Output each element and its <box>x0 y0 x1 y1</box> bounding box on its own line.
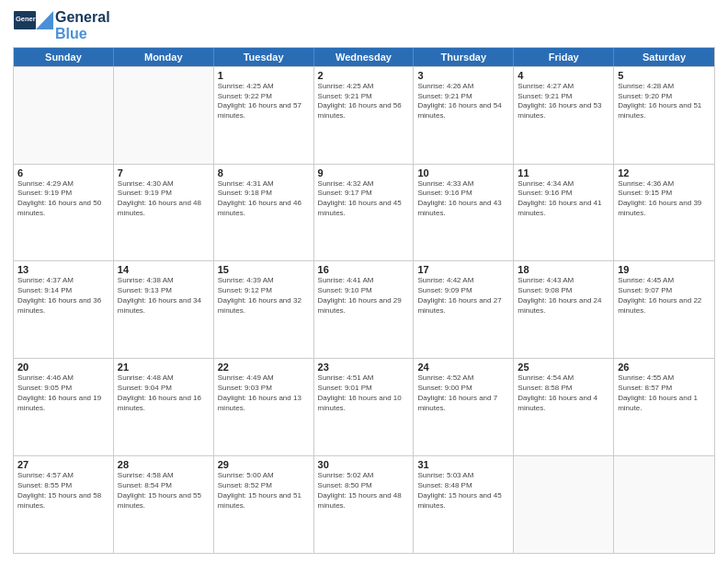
calendar-week-1: 1Sunrise: 4:25 AM Sunset: 9:22 PM Daylig… <box>14 66 714 164</box>
day-info: Sunrise: 4:42 AM Sunset: 9:09 PM Dayligh… <box>417 276 509 316</box>
calendar-cell: 22Sunrise: 4:49 AM Sunset: 9:03 PM Dayli… <box>214 359 314 455</box>
day-number: 15 <box>218 264 310 275</box>
logo: General General Blue <box>13 9 110 43</box>
header-day-thursday: Thursday <box>414 48 514 66</box>
header-day-wednesday: Wednesday <box>314 48 415 66</box>
logo-text-block: General Blue <box>55 9 110 43</box>
day-info: Sunrise: 4:37 AM Sunset: 9:14 PM Dayligh… <box>17 276 109 316</box>
header-day-sunday: Sunday <box>14 48 114 66</box>
calendar-cell: 15Sunrise: 4:39 AM Sunset: 9:12 PM Dayli… <box>214 261 314 358</box>
day-info: Sunrise: 4:39 AM Sunset: 9:12 PM Dayligh… <box>218 276 310 316</box>
day-info: Sunrise: 4:36 AM Sunset: 9:15 PM Dayligh… <box>618 179 711 219</box>
calendar-week-3: 13Sunrise: 4:37 AM Sunset: 9:14 PM Dayli… <box>14 260 714 358</box>
calendar-cell: 14Sunrise: 4:38 AM Sunset: 9:13 PM Dayli… <box>114 261 214 358</box>
day-number: 2 <box>318 70 410 81</box>
day-info: Sunrise: 4:33 AM Sunset: 9:16 PM Dayligh… <box>417 179 509 219</box>
calendar-cell: 12Sunrise: 4:36 AM Sunset: 9:15 PM Dayli… <box>614 165 714 261</box>
day-info: Sunrise: 4:57 AM Sunset: 8:55 PM Dayligh… <box>17 471 109 511</box>
calendar-cell: 4Sunrise: 4:27 AM Sunset: 9:21 PM Daylig… <box>514 67 614 164</box>
day-info: Sunrise: 4:26 AM Sunset: 9:21 PM Dayligh… <box>417 82 509 121</box>
calendar-cell: 21Sunrise: 4:48 AM Sunset: 9:04 PM Dayli… <box>114 359 214 455</box>
calendar-cell <box>514 456 614 553</box>
calendar-cell: 18Sunrise: 4:43 AM Sunset: 9:08 PM Dayli… <box>514 261 614 358</box>
day-number: 27 <box>17 459 109 470</box>
day-number: 11 <box>518 167 609 178</box>
calendar-week-5: 27Sunrise: 4:57 AM Sunset: 8:55 PM Dayli… <box>14 455 714 553</box>
day-number: 21 <box>118 362 210 373</box>
calendar-week-4: 20Sunrise: 4:46 AM Sunset: 9:05 PM Dayli… <box>14 358 714 455</box>
day-info: Sunrise: 4:51 AM Sunset: 9:01 PM Dayligh… <box>318 373 410 413</box>
day-number: 13 <box>17 264 109 275</box>
day-info: Sunrise: 4:54 AM Sunset: 8:58 PM Dayligh… <box>518 373 609 413</box>
day-number: 16 <box>318 264 410 275</box>
day-number: 1 <box>218 70 310 81</box>
header-day-tuesday: Tuesday <box>214 48 314 66</box>
calendar-cell: 9Sunrise: 4:32 AM Sunset: 9:17 PM Daylig… <box>314 165 415 261</box>
day-number: 7 <box>118 167 210 178</box>
calendar-cell: 31Sunrise: 5:03 AM Sunset: 8:48 PM Dayli… <box>414 456 514 553</box>
day-number: 31 <box>417 459 509 470</box>
day-info: Sunrise: 4:34 AM Sunset: 9:16 PM Dayligh… <box>518 179 609 219</box>
header-day-monday: Monday <box>114 48 214 66</box>
day-number: 14 <box>118 264 210 275</box>
day-info: Sunrise: 4:58 AM Sunset: 8:54 PM Dayligh… <box>118 471 210 511</box>
day-number: 8 <box>218 167 310 178</box>
day-info: Sunrise: 4:32 AM Sunset: 9:17 PM Dayligh… <box>318 179 410 219</box>
day-info: Sunrise: 4:49 AM Sunset: 9:03 PM Dayligh… <box>218 373 310 413</box>
day-info: Sunrise: 4:55 AM Sunset: 8:57 PM Dayligh… <box>618 373 711 413</box>
calendar-cell: 24Sunrise: 4:52 AM Sunset: 9:00 PM Dayli… <box>414 359 514 455</box>
header-day-saturday: Saturday <box>614 48 714 66</box>
day-number: 12 <box>618 167 711 178</box>
day-info: Sunrise: 5:02 AM Sunset: 8:50 PM Dayligh… <box>318 471 410 511</box>
calendar-cell: 23Sunrise: 4:51 AM Sunset: 9:01 PM Dayli… <box>314 359 415 455</box>
calendar-cell: 8Sunrise: 4:31 AM Sunset: 9:18 PM Daylig… <box>214 165 314 261</box>
calendar-cell: 17Sunrise: 4:42 AM Sunset: 9:09 PM Dayli… <box>414 261 514 358</box>
calendar-cell: 16Sunrise: 4:41 AM Sunset: 9:10 PM Dayli… <box>314 261 415 358</box>
calendar-cell: 28Sunrise: 4:58 AM Sunset: 8:54 PM Dayli… <box>114 456 214 553</box>
day-info: Sunrise: 5:00 AM Sunset: 8:52 PM Dayligh… <box>218 471 310 511</box>
calendar-cell: 5Sunrise: 4:28 AM Sunset: 9:20 PM Daylig… <box>614 67 714 164</box>
logo-container: General General Blue <box>13 9 110 43</box>
day-number: 28 <box>118 459 210 470</box>
calendar-cell <box>114 67 214 164</box>
calendar-cell: 25Sunrise: 4:54 AM Sunset: 8:58 PM Dayli… <box>514 359 614 455</box>
day-number: 26 <box>618 362 711 373</box>
calendar-cell: 2Sunrise: 4:25 AM Sunset: 9:21 PM Daylig… <box>314 67 415 164</box>
day-number: 10 <box>417 167 509 178</box>
calendar-week-2: 6Sunrise: 4:29 AM Sunset: 9:19 PM Daylig… <box>14 164 714 261</box>
day-number: 23 <box>318 362 410 373</box>
calendar-header: SundayMondayTuesdayWednesdayThursdayFrid… <box>14 48 714 66</box>
day-number: 4 <box>518 70 609 81</box>
svg-text:General: General <box>16 15 41 23</box>
day-number: 30 <box>318 459 410 470</box>
logo-blue-text: Blue <box>55 26 110 42</box>
calendar-cell: 29Sunrise: 5:00 AM Sunset: 8:52 PM Dayli… <box>214 456 314 553</box>
calendar-cell: 11Sunrise: 4:34 AM Sunset: 9:16 PM Dayli… <box>514 165 614 261</box>
day-info: Sunrise: 4:25 AM Sunset: 9:21 PM Dayligh… <box>318 82 410 121</box>
calendar-cell: 19Sunrise: 4:45 AM Sunset: 9:07 PM Dayli… <box>614 261 714 358</box>
calendar-cell: 30Sunrise: 5:02 AM Sunset: 8:50 PM Dayli… <box>314 456 415 553</box>
calendar-cell: 7Sunrise: 4:30 AM Sunset: 9:19 PM Daylig… <box>114 165 214 261</box>
calendar-cell: 1Sunrise: 4:25 AM Sunset: 9:22 PM Daylig… <box>214 67 314 164</box>
day-number: 29 <box>218 459 310 470</box>
day-info: Sunrise: 4:52 AM Sunset: 9:00 PM Dayligh… <box>417 373 509 413</box>
calendar-body: 1Sunrise: 4:25 AM Sunset: 9:22 PM Daylig… <box>14 66 714 553</box>
day-info: Sunrise: 4:48 AM Sunset: 9:04 PM Dayligh… <box>118 373 210 413</box>
day-number: 22 <box>218 362 310 373</box>
calendar-cell: 26Sunrise: 4:55 AM Sunset: 8:57 PM Dayli… <box>614 359 714 455</box>
page: General General Blue SundayMondayTuesday… <box>0 0 728 563</box>
day-info: Sunrise: 4:38 AM Sunset: 9:13 PM Dayligh… <box>118 276 210 316</box>
day-info: Sunrise: 4:30 AM Sunset: 9:19 PM Dayligh… <box>118 179 210 219</box>
day-number: 17 <box>417 264 509 275</box>
day-info: Sunrise: 4:43 AM Sunset: 9:08 PM Dayligh… <box>518 276 609 316</box>
header-day-friday: Friday <box>514 48 614 66</box>
logo-general-text: General <box>55 9 110 26</box>
day-info: Sunrise: 4:31 AM Sunset: 9:18 PM Dayligh… <box>218 179 310 219</box>
day-number: 3 <box>417 70 509 81</box>
day-info: Sunrise: 4:27 AM Sunset: 9:21 PM Dayligh… <box>518 82 609 121</box>
day-info: Sunrise: 4:29 AM Sunset: 9:19 PM Dayligh… <box>17 179 109 219</box>
calendar-cell: 20Sunrise: 4:46 AM Sunset: 9:05 PM Dayli… <box>14 359 114 455</box>
calendar-cell: 13Sunrise: 4:37 AM Sunset: 9:14 PM Dayli… <box>14 261 114 358</box>
calendar-cell <box>614 456 714 553</box>
day-number: 9 <box>318 167 410 178</box>
